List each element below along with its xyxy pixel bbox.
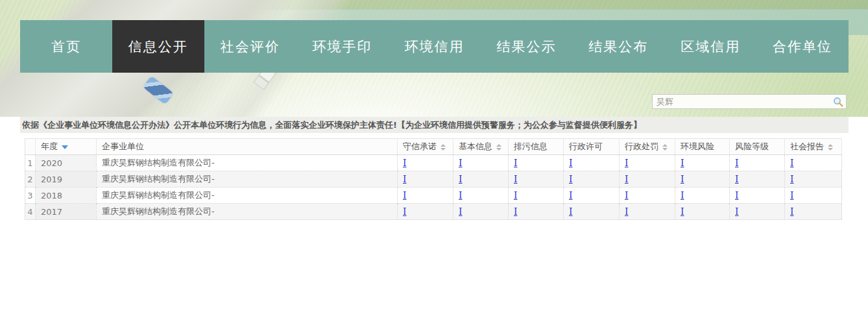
link-basic-info-2019[interactable]: I [459,174,463,184]
link-admin-permit-2018[interactable]: I [569,190,573,201]
cell-risk-level: I [730,188,785,204]
link-discharge-info-2019[interactable]: I [514,174,518,184]
search-input[interactable] [653,95,832,108]
nav-item-result-publicity[interactable]: 结果公示 [480,20,572,73]
row-index: 3 [25,188,36,204]
link-admin-penalty-2017[interactable]: I [625,206,629,217]
cell-honest-commitment: I [398,204,453,220]
row-index: 2 [25,171,36,188]
link-admin-permit-2020[interactable]: I [569,158,573,168]
link-admin-permit-2017[interactable]: I [569,206,573,217]
sort-toggle-icon[interactable] [496,144,501,151]
link-admin-permit-2019[interactable]: I [569,174,573,184]
search-box [652,94,847,109]
link-env-risk-2020[interactable]: I [681,158,684,168]
cell-discharge-info: I [509,171,564,188]
link-honest-commitment-2017[interactable]: I [403,206,407,217]
nav-item-partners[interactable]: 合作单位 [756,20,849,73]
col-header-risk-level[interactable]: 风险等级 [730,139,785,155]
link-env-risk-2017[interactable]: I [681,206,684,217]
cell-admin-penalty: I [620,204,675,220]
cell-env-risk: I [675,188,730,204]
link-honest-commitment-2019[interactable]: I [403,174,407,184]
col-header-env-risk[interactable]: 环境风险 [675,139,730,155]
cell-social-report: I [785,171,842,188]
link-discharge-info-2018[interactable]: I [514,190,518,201]
col-header-admin-permit[interactable]: 行政许可 [564,139,620,155]
cell-social-report: I [785,155,842,171]
sort-down-arrow [440,148,446,151]
sort-up-arrow [496,144,501,147]
nav-item-env-handprint[interactable]: 环境手印 [296,20,389,73]
link-admin-penalty-2020[interactable]: I [625,158,629,168]
col-header-company[interactable]: 企事业单位 [97,139,398,155]
col-header-label: 年度 [41,141,58,151]
link-honest-commitment-2020[interactable]: I [403,158,407,168]
link-honest-commitment-2018[interactable]: I [403,190,407,201]
link-basic-info-2020[interactable]: I [459,158,463,168]
link-discharge-info-2020[interactable]: I [514,158,518,168]
link-basic-info-2018[interactable]: I [459,190,463,201]
cell-basic-info: I [453,204,509,220]
row-company: 重庆昊辉钢结构制造有限公司- [97,204,398,220]
notice-bar: 依据《企业事业单位环境信息公开办法》公开本单位环境行为信息，全面落实企业环境保护… [20,117,849,133]
link-env-risk-2019[interactable]: I [681,174,684,184]
cell-basic-info: I [453,171,509,188]
row-company: 重庆昊辉钢结构制造有限公司- [97,171,398,188]
sort-up-arrow [828,144,833,147]
col-header-honest-commitment[interactable]: 守信承诺 [398,139,453,155]
sort-toggle-icon[interactable] [828,144,833,151]
cell-risk-level: I [730,204,785,220]
nav-item-regional-credit[interactable]: 区域信用 [664,20,756,73]
cell-discharge-info: I [509,155,564,171]
link-risk-level-2018[interactable]: I [735,190,739,201]
col-header-label: 排污信息 [514,141,548,151]
link-admin-penalty-2018[interactable]: I [625,190,629,201]
cell-social-report: I [785,188,842,204]
col-header-basic-info[interactable]: 基本信息 [453,139,509,155]
col-header-label: 社会报告 [790,141,824,151]
main-nav: 首页信息公开社会评价环境手印环境信用结果公示结果公布区域信用合作单位 [20,20,849,73]
link-social-report-2017[interactable]: I [790,206,794,217]
cell-admin-permit: I [564,188,620,204]
table-row: 32018重庆昊辉钢结构制造有限公司-IIIIIIII [25,188,842,204]
nav-item-home[interactable]: 首页 [20,20,112,73]
row-company: 重庆昊辉钢结构制造有限公司- [97,155,398,171]
col-header-label: 企事业单位 [102,141,144,151]
sort-toggle-icon[interactable] [662,144,668,151]
link-risk-level-2020[interactable]: I [735,158,739,168]
cell-risk-level: I [730,155,785,171]
col-header-label: 基本信息 [459,141,492,151]
row-year: 2020 [36,155,97,171]
sort-desc-icon[interactable] [62,145,68,149]
link-basic-info-2017[interactable]: I [459,206,463,217]
link-social-report-2020[interactable]: I [790,158,794,168]
link-admin-penalty-2019[interactable]: I [625,174,629,184]
row-year: 2017 [36,204,97,220]
col-header-year[interactable]: 年度 [36,139,97,155]
nav-item-result-announce[interactable]: 结果公布 [572,20,664,73]
table-row: 12020重庆昊辉钢结构制造有限公司-IIIIIIII [25,155,842,171]
nav-item-social-evaluation[interactable]: 社会评价 [204,20,296,73]
link-env-risk-2018[interactable]: I [681,190,684,201]
link-discharge-info-2017[interactable]: I [514,206,518,217]
col-header-discharge-info[interactable]: 排污信息 [509,139,564,155]
cell-honest-commitment: I [398,188,453,204]
cell-admin-penalty: I [620,171,675,188]
link-risk-level-2017[interactable]: I [735,206,739,217]
link-risk-level-2019[interactable]: I [735,174,739,184]
nav-item-env-credit[interactable]: 环境信用 [389,20,481,73]
link-social-report-2019[interactable]: I [790,174,794,184]
sort-toggle-icon[interactable] [440,144,446,151]
col-header-social-report[interactable]: 社会报告 [785,139,842,155]
col-header-label: 环境风险 [681,141,714,151]
col-header-admin-penalty[interactable]: 行政处罚 [620,139,675,155]
cell-env-risk: I [675,171,730,188]
table-row: 22019重庆昊辉钢结构制造有限公司-IIIIIIII [25,171,842,188]
col-header-label: 守信承诺 [403,141,437,151]
link-social-report-2018[interactable]: I [790,190,794,201]
nav-item-info-disclosure[interactable]: 信息公开 [112,20,204,73]
cell-admin-permit: I [564,204,620,220]
search-icon[interactable] [832,96,844,108]
table-header-row: 年度企事业单位守信承诺基本信息排污信息行政许可行政处罚环境风险风险等级社会报告 [25,139,842,155]
